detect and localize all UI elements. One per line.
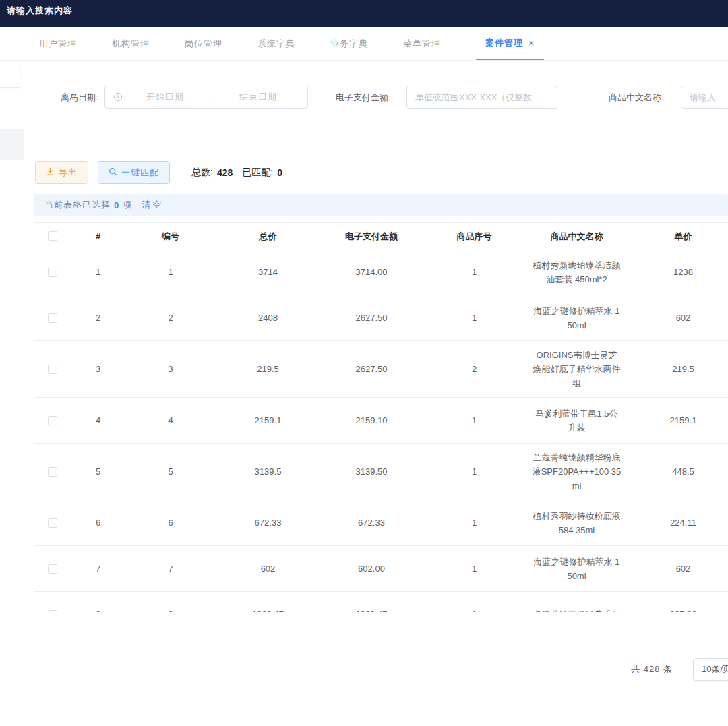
product-name-input-wrap bbox=[681, 86, 728, 109]
row-checkbox[interactable] bbox=[48, 564, 57, 574]
cell-epay: 672.33 bbox=[320, 509, 423, 537]
cell-epay: 3714.00 bbox=[320, 258, 423, 286]
clear-selection-link[interactable]: 清空 bbox=[142, 199, 163, 211]
table-body: 1 1 3714 3714.00 1 植村秀新琥珀臻萃洁颜油套装 450ml*2… bbox=[34, 249, 728, 612]
row-checkbox[interactable] bbox=[48, 518, 57, 528]
cell-code: 3 bbox=[125, 355, 216, 383]
tab-business-dict[interactable]: 业务字典 bbox=[330, 27, 368, 60]
cell-epay: 602.00 bbox=[320, 555, 423, 582]
row-checkbox[interactable] bbox=[48, 313, 57, 323]
tab-org-management[interactable]: 机构管理 bbox=[112, 27, 150, 60]
row-checkbox[interactable] bbox=[48, 416, 57, 425]
cell-seq: 1 bbox=[423, 406, 526, 434]
cell-index: 5 bbox=[71, 458, 125, 485]
cell-product-name: 海蓝之谜修护精萃水 150ml bbox=[533, 555, 621, 583]
col-header-index: # bbox=[71, 226, 125, 246]
table-row: 8 8 1903.47 1903.47 1 卡诗菁纯亮泽经典香氛 635.82 bbox=[34, 592, 728, 612]
search-input[interactable]: 请输入搜索内容 bbox=[7, 5, 73, 16]
row-checkbox[interactable] bbox=[48, 365, 57, 374]
col-header-total: 总价 bbox=[216, 226, 320, 246]
cell-total: 2159.1 bbox=[216, 406, 320, 434]
cell-unit-price: 1238 bbox=[628, 258, 728, 286]
date-range-picker[interactable]: 开始日期 - 结束日期 bbox=[104, 86, 308, 109]
cell-index: 6 bbox=[71, 509, 125, 537]
pagination-bar: 共 428 条 10条/页 bbox=[0, 658, 728, 681]
amount-input-wrap bbox=[406, 86, 557, 109]
cell-unit-price: 224.11 bbox=[628, 509, 728, 537]
cell-epay: 1903.47 bbox=[320, 601, 423, 612]
row-checkbox[interactable] bbox=[48, 467, 57, 477]
col-header-code: 编号 bbox=[125, 226, 216, 246]
cell-product-name: 兰蔻菁纯臻颜精华粉底液SPF20PA+++100 35ml bbox=[533, 450, 621, 493]
table-row: 4 4 2159.1 2159.10 1 马爹利蓝带干邑1.5公升装 2159.… bbox=[34, 398, 728, 444]
cell-unit-price: 602 bbox=[628, 555, 728, 582]
cell-total: 3139.5 bbox=[216, 458, 320, 485]
select-all-checkbox[interactable] bbox=[48, 231, 57, 241]
total-value: 428 bbox=[217, 167, 233, 178]
cell-index: 1 bbox=[71, 258, 125, 286]
start-date-input[interactable]: 开始日期 bbox=[124, 91, 206, 103]
tab-bar: 用户管理 机构管理 岗位管理 系统字典 业务字典 菜单管理 案件管理 × bbox=[0, 27, 728, 61]
cell-code: 6 bbox=[125, 509, 216, 537]
cell-seq: 1 bbox=[423, 258, 526, 286]
selection-info-bar: 当前表格已选择 0 项 清空 bbox=[34, 194, 728, 216]
export-button[interactable]: 导出 bbox=[35, 161, 88, 184]
table-row: 2 2 2408 2627.50 1 海蓝之谜修护精萃水 150ml 602 bbox=[34, 295, 728, 341]
cell-epay: 2627.50 bbox=[320, 355, 423, 383]
product-name-filter-label: 商品中文名称: bbox=[609, 92, 664, 104]
page-size-select[interactable]: 10条/页 bbox=[693, 658, 728, 681]
amount-filter-label: 电子支付金额: bbox=[336, 92, 391, 104]
cell-total: 1903.47 bbox=[216, 601, 320, 612]
one-click-match-button[interactable]: 一键匹配 bbox=[98, 161, 170, 184]
cell-seq: 1 bbox=[423, 601, 526, 612]
row-checkbox[interactable] bbox=[48, 268, 57, 277]
table-row: 6 6 672.33 672.33 1 植村秀羽纱持妆粉底液584 35ml 2… bbox=[34, 500, 728, 546]
cell-code: 2 bbox=[125, 304, 216, 332]
left-panel-fragment bbox=[0, 129, 24, 160]
cell-seq: 1 bbox=[423, 509, 526, 537]
row-checkbox[interactable] bbox=[48, 610, 57, 613]
tab-post-management[interactable]: 岗位管理 bbox=[185, 27, 222, 60]
record-total: 共 428 条 bbox=[631, 663, 673, 675]
clock-icon bbox=[113, 92, 123, 102]
cell-code: 1 bbox=[125, 258, 216, 286]
download-icon bbox=[46, 167, 55, 178]
col-header-epay: 电子支付金额 bbox=[320, 226, 423, 246]
cell-product-name: 植村秀羽纱持妆粉底液584 35ml bbox=[533, 509, 621, 537]
cell-index: 8 bbox=[71, 601, 125, 612]
cell-epay: 2627.50 bbox=[320, 304, 423, 332]
top-search-bar[interactable]: 请输入搜索内容 bbox=[0, 0, 728, 27]
cell-epay: 2159.10 bbox=[320, 406, 423, 434]
cell-index: 3 bbox=[71, 355, 125, 383]
cell-code: 5 bbox=[125, 458, 216, 485]
count-summary: 总数: 428 已匹配: 0 bbox=[191, 167, 282, 179]
cell-seq: 2 bbox=[423, 355, 526, 383]
end-date-input[interactable]: 结束日期 bbox=[217, 91, 299, 103]
selection-text: 当前表格已选择 bbox=[44, 199, 111, 211]
col-header-unit: 单价 bbox=[628, 226, 728, 246]
date-filter-label: 离岛日期: bbox=[61, 92, 98, 104]
tab-system-dict[interactable]: 系统字典 bbox=[257, 27, 295, 60]
close-icon[interactable]: × bbox=[528, 38, 535, 49]
table-row: 3 3 219.5 2627.50 2 ORIGINS韦博士灵芝焕能好底子精华水… bbox=[34, 341, 728, 398]
product-name-input[interactable] bbox=[690, 86, 728, 108]
epay-amount-input[interactable] bbox=[415, 86, 549, 108]
cell-total: 3714 bbox=[216, 258, 320, 286]
cell-product-name: ORIGINS韦博士灵芝焕能好底子精华水两件组 bbox=[533, 348, 621, 390]
table-header-row: # 编号 总价 电子支付金额 商品序号 商品中文名称 单价 bbox=[34, 222, 728, 249]
cell-total: 2408 bbox=[216, 304, 320, 332]
tab-case-management[interactable]: 案件管理 × bbox=[476, 27, 544, 60]
toolbar: 导出 一键匹配 总数: 428 已匹配: 0 bbox=[35, 160, 728, 185]
cell-unit-price: 602 bbox=[628, 304, 728, 332]
cell-code: 7 bbox=[125, 555, 216, 582]
total-label: 总数: bbox=[191, 167, 213, 179]
tab-user-management[interactable]: 用户管理 bbox=[39, 27, 77, 60]
case-table: # 编号 总价 电子支付金额 商品序号 商品中文名称 单价 1 1 3714 3… bbox=[34, 222, 728, 612]
tab-menu-management[interactable]: 菜单管理 bbox=[403, 27, 441, 60]
selection-count: 0 bbox=[114, 200, 119, 210]
col-header-seq: 商品序号 bbox=[423, 226, 526, 246]
cell-index: 2 bbox=[71, 304, 125, 332]
cell-total: 672.33 bbox=[216, 509, 320, 537]
cell-unit-price: 2159.1 bbox=[628, 406, 728, 434]
cell-product-name: 植村秀新琥珀臻萃洁颜油套装 450ml*2 bbox=[533, 258, 621, 286]
